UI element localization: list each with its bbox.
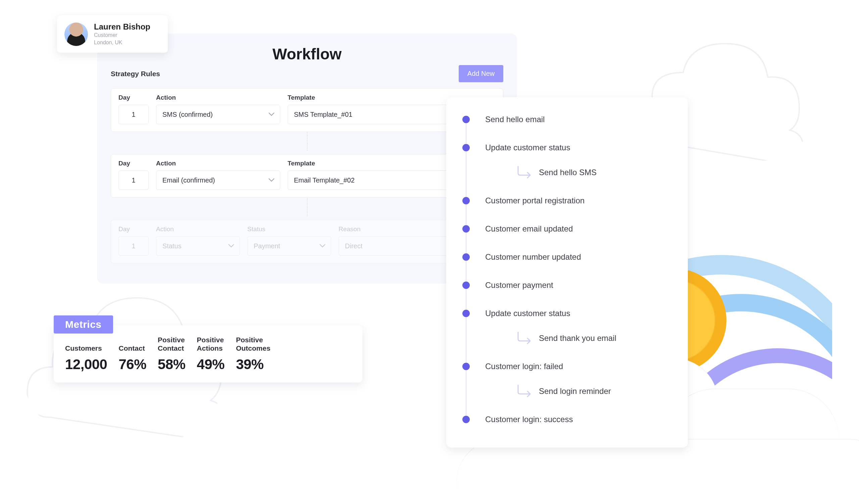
day-input[interactable]: 1 <box>118 236 149 256</box>
day-label: Day <box>118 160 149 167</box>
metric-value: 58% <box>158 356 185 372</box>
action-select[interactable]: Status <box>156 236 240 256</box>
panel-subtitle: Strategy Rules <box>111 70 160 78</box>
timeline-dot-icon <box>462 310 470 317</box>
metrics-card: Metrics Customers12,000Contact76%Positiv… <box>54 325 362 383</box>
timeline-dot-icon <box>462 225 470 232</box>
metric-label: Contact <box>118 344 146 352</box>
timeline-dot-icon <box>462 144 470 151</box>
timeline-dot-icon <box>462 416 470 423</box>
metric-value: 76% <box>118 356 146 372</box>
sub-arrow-icon <box>517 384 533 399</box>
user-name: Lauren Bishop <box>94 22 150 32</box>
avatar <box>64 22 88 46</box>
timeline-subitem-label: Send login reminder <box>539 386 611 396</box>
user-location: London, UK <box>94 39 150 46</box>
user-role: Customer <box>94 32 150 39</box>
timeline-item[interactable]: Customer login: success <box>462 411 673 428</box>
metric: PositiveOutcomes39% <box>236 336 270 372</box>
strategy-rule-card: Day 1 Action SMS (confirmed) Template SM… <box>111 88 503 132</box>
timeline-item[interactable]: Customer number updated <box>462 248 673 266</box>
metric: Contact76% <box>118 344 146 372</box>
timeline-dot-icon <box>462 363 470 370</box>
timeline-dot-icon <box>462 253 470 261</box>
timeline-item[interactable]: Customer email updated <box>462 220 673 238</box>
action-select[interactable]: Email (confirmed) <box>156 170 280 190</box>
sub-arrow-icon <box>517 165 533 180</box>
chevron-down-icon <box>269 178 274 182</box>
action-select[interactable]: SMS (confirmed) <box>156 105 280 124</box>
metric-value: 39% <box>236 356 270 372</box>
timeline-item-label: Customer portal registration <box>485 196 585 205</box>
panel-title: Workflow <box>111 45 503 63</box>
metric-label: Customers <box>65 344 107 352</box>
timeline-dot-icon <box>462 116 470 123</box>
timeline-item[interactable]: Customer payment <box>462 276 673 294</box>
timeline-item-label: Customer login: success <box>485 415 573 424</box>
timeline-dot-icon <box>462 281 470 289</box>
action-label: Action <box>156 160 280 167</box>
timeline-item-label: Customer payment <box>485 280 553 290</box>
rule-connector <box>307 198 307 216</box>
metric-value: 49% <box>197 356 225 372</box>
metric-value: 12,000 <box>65 356 107 372</box>
timeline-item-label: Customer number updated <box>485 252 581 262</box>
chevron-down-icon <box>319 244 326 248</box>
chevron-down-icon <box>269 112 274 117</box>
metric: PositiveActions49% <box>197 336 225 372</box>
metric: Customers12,000 <box>65 344 107 372</box>
events-timeline-card: Send hello emailUpdate customer statusSe… <box>446 97 688 448</box>
strategy-rule-card-draft: Day 1 Action Status Status Payment <box>111 220 503 263</box>
rule-connector <box>307 132 307 151</box>
timeline-item-label: Update customer status <box>485 143 570 152</box>
day-input[interactable]: 1 <box>118 170 149 190</box>
day-input[interactable]: 1 <box>118 105 149 124</box>
timeline-subitem-label: Send hello SMS <box>539 168 597 177</box>
user-card: Lauren Bishop Customer London, UK <box>57 15 168 53</box>
timeline-item-label: Customer email updated <box>485 224 573 233</box>
timeline-subitem[interactable]: Send hello SMS <box>462 164 673 181</box>
status-select[interactable]: Payment <box>247 236 331 256</box>
timeline-subitem[interactable]: Send thank you email <box>462 330 673 347</box>
metric-label: PositiveOutcomes <box>236 336 270 352</box>
timeline-item-label: Update customer status <box>485 309 570 318</box>
timeline-subitem[interactable]: Send login reminder <box>462 383 673 400</box>
day-label: Day <box>118 94 149 101</box>
timeline-line <box>466 117 466 422</box>
sub-arrow-icon <box>517 331 533 346</box>
status-label: Status <box>247 226 331 233</box>
timeline-item-label: Send hello email <box>485 115 545 124</box>
timeline-item[interactable]: Customer login: failed <box>462 358 673 375</box>
action-label: Action <box>156 226 240 233</box>
timeline-subitem-label: Send thank you email <box>539 334 616 343</box>
metric: PositiveContact58% <box>158 336 185 372</box>
timeline-dot-icon <box>462 197 470 204</box>
timeline-item[interactable]: Update customer status <box>462 305 673 322</box>
timeline-item[interactable]: Update customer status <box>462 139 673 156</box>
metrics-badge: Metrics <box>54 316 113 334</box>
metric-label: PositiveActions <box>197 336 225 352</box>
timeline-item[interactable]: Customer portal registration <box>462 192 673 209</box>
metric-label: PositiveContact <box>158 336 185 352</box>
chevron-down-icon <box>228 244 234 248</box>
timeline-item[interactable]: Send hello email <box>462 111 673 128</box>
strategy-rule-card: Day 1 Action Email (confirmed) Template … <box>111 154 503 198</box>
timeline-item-label: Customer login: failed <box>485 362 563 371</box>
day-label: Day <box>118 226 149 233</box>
action-label: Action <box>156 94 280 101</box>
add-new-button[interactable]: Add New <box>459 65 503 82</box>
